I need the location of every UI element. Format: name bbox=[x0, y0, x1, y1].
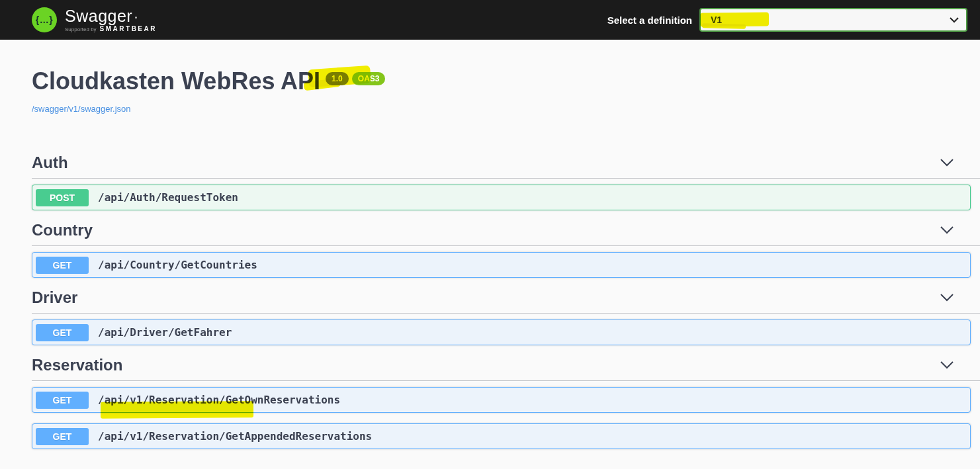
section-title: Reservation bbox=[32, 356, 122, 374]
section-title: Country bbox=[32, 221, 93, 239]
definition-select[interactable]: V1 bbox=[699, 8, 967, 32]
operation-path: /api/Country/GetCountries bbox=[98, 259, 257, 271]
section-header-reservation[interactable]: Reservation bbox=[32, 356, 980, 381]
method-badge: GET bbox=[36, 392, 89, 409]
smartbear-wordmark: SMARTBEAR bbox=[100, 25, 157, 32]
chevron-down-icon[interactable] bbox=[940, 361, 954, 369]
operation-row[interactable]: GET /api/Country/GetCountries bbox=[32, 252, 971, 278]
swagger-logo-link[interactable]: {…} Swagger Supported by SMARTBEAR bbox=[32, 7, 157, 32]
section-header-driver[interactable]: Driver bbox=[32, 288, 980, 314]
main-content: Cloudkasten WebRes API 1.0 OAS3 /swagger… bbox=[0, 40, 980, 449]
logo-text-block: Swagger Supported by SMARTBEAR bbox=[65, 7, 157, 32]
chevron-down-icon[interactable] bbox=[940, 226, 954, 234]
operations-list: Auth POST /api/Auth/RequestToken Country… bbox=[32, 153, 980, 449]
definition-label: Select a definition bbox=[607, 15, 692, 26]
topbar: {…} Swagger Supported by SMARTBEAR Selec… bbox=[0, 0, 980, 40]
section-reservation: Reservation GET /api/v1/Reservation/GetO… bbox=[32, 356, 980, 449]
method-badge: GET bbox=[36, 428, 89, 445]
method-badge: GET bbox=[36, 324, 89, 341]
section-country: Country GET /api/Country/GetCountries bbox=[32, 221, 980, 278]
oas3-badge: OAS3 bbox=[352, 72, 386, 85]
method-badge: POST bbox=[36, 189, 89, 206]
operation-path: /api/v1/Reservation/GetAppendedReservati… bbox=[98, 430, 372, 443]
operation-row[interactable]: GET /api/v1/Reservation/GetOwnReservatio… bbox=[32, 387, 971, 413]
version-badge: 1.0 bbox=[326, 72, 349, 85]
operation-path: /api/v1/Reservation/GetOwnReservations bbox=[98, 394, 340, 406]
section-auth: Auth POST /api/Auth/RequestToken bbox=[32, 153, 980, 210]
method-badge: GET bbox=[36, 257, 89, 274]
definition-select-wrap: V1 bbox=[699, 8, 967, 32]
supported-by-label: Supported by bbox=[65, 26, 97, 32]
section-title: Driver bbox=[32, 288, 77, 307]
trademark-dot bbox=[135, 17, 137, 19]
section-header-country[interactable]: Country bbox=[32, 221, 980, 246]
operation-row[interactable]: GET /api/Driver/GetFahrer bbox=[32, 320, 971, 345]
operation-row[interactable]: POST /api/Auth/RequestToken bbox=[32, 185, 971, 210]
api-info: Cloudkasten WebRes API 1.0 OAS3 /swagger… bbox=[32, 40, 980, 114]
chevron-down-icon[interactable] bbox=[940, 159, 954, 167]
swagger-logo-icon: {…} bbox=[32, 7, 57, 32]
logo-wordmark: Swagger bbox=[65, 7, 132, 24]
section-driver: Driver GET /api/Driver/GetFahrer bbox=[32, 288, 980, 345]
operation-path: /api/Auth/RequestToken bbox=[98, 191, 238, 204]
page-title: Cloudkasten WebRes API bbox=[32, 69, 320, 93]
section-title: Auth bbox=[32, 153, 68, 172]
definition-picker: Select a definition V1 bbox=[607, 8, 967, 32]
spec-json-link[interactable]: /swagger/v1/swagger.json bbox=[32, 104, 131, 114]
section-header-auth[interactable]: Auth bbox=[32, 153, 980, 179]
chevron-down-icon[interactable] bbox=[940, 294, 954, 302]
operation-row[interactable]: GET /api/v1/Reservation/GetAppendedReser… bbox=[32, 423, 971, 449]
operation-path: /api/Driver/GetFahrer bbox=[98, 326, 232, 339]
